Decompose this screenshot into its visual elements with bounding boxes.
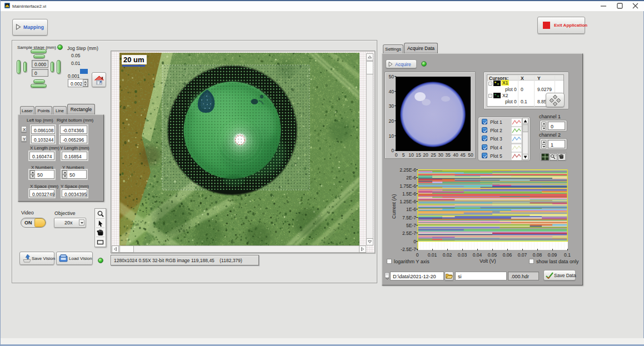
svg-text:20 um: 20 um: [123, 56, 144, 64]
